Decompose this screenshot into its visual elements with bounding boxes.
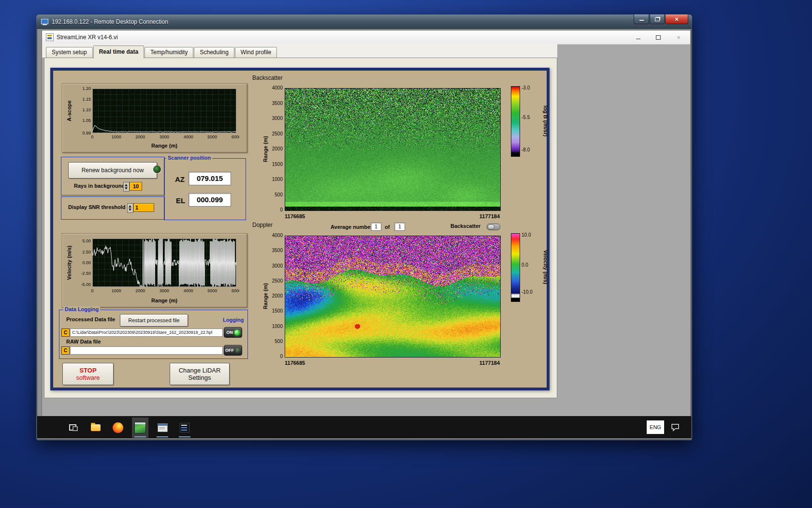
task-view-button[interactable] (65, 418, 82, 438)
scan-scheduler-button[interactable] (154, 418, 171, 438)
y-axis-tick: 4000 (261, 233, 283, 238)
y-axis-tick: 1000 (261, 177, 283, 182)
tab-temp-humidity[interactable]: Temp/humidity (145, 47, 193, 58)
doppler-section-title: Doppler (252, 222, 273, 228)
colorbar-tick: -5.5 (522, 115, 530, 120)
log-viewer-button[interactable] (176, 418, 193, 438)
raw-drive-box[interactable]: C (61, 346, 70, 355)
rays-spinner[interactable] (123, 182, 130, 192)
processed-path-field[interactable]: C:\Lidar\Data\Proc\2023\202309\20230919\… (70, 329, 223, 337)
main-panel: A-scope Range (m) Renew background now R… (50, 68, 550, 390)
on-label: ON (226, 330, 233, 335)
taskbar: ENG (37, 416, 691, 438)
ascope-chart: A-scope Range (m) (62, 83, 247, 153)
scanner-position-group: Scanner position AZ 079.015 EL 000.099 (164, 158, 246, 220)
remote-desktop-icon (41, 19, 48, 25)
rdp-minimize-button[interactable] (634, 15, 649, 24)
y-axis-tick: 1000 (261, 324, 283, 329)
backscatter-section-title: Backscatter (252, 75, 283, 81)
app-close-button[interactable]: × (673, 32, 684, 42)
app-window: StreamLine XR v14-6.vi × System setup Re… (42, 30, 691, 417)
ascope-plot (75, 87, 239, 142)
backscatter-toggle-switch[interactable] (487, 224, 500, 230)
processed-data-file-label: Processed Data file (66, 316, 116, 322)
x-axis-end-tick: 1177184 (456, 213, 500, 219)
elevation-value-field[interactable]: 000.099 (188, 193, 231, 207)
doppler-colorbar (511, 233, 520, 302)
x-axis-start-tick: 1176685 (285, 360, 305, 366)
off-led-icon (235, 348, 241, 353)
colorbar-tick: -10.0 (522, 289, 533, 295)
app-minimize-button[interactable] (632, 32, 644, 42)
colorbar-tick: -3.0 (522, 85, 530, 90)
velocity-y-axis-label: Velocity (m/s) (66, 246, 72, 280)
scanner-position-title: Scanner position (166, 155, 212, 161)
snr-threshold-label: Display SNR threshold (68, 204, 126, 210)
snr-spinner[interactable] (127, 203, 133, 213)
streamline-app-button[interactable] (132, 418, 148, 438)
tab-label: Temp/humidity (150, 49, 188, 56)
snr-value-field[interactable]: 1 (133, 203, 154, 212)
y-axis-tick: 2000 (261, 146, 283, 151)
notification-icon[interactable] (671, 423, 680, 432)
tab-real-time-data[interactable]: Real time data (93, 45, 144, 59)
file-explorer-button[interactable] (87, 418, 104, 438)
doppler-plot (285, 236, 501, 358)
restart-processed-file-button[interactable]: Restart processed file (120, 314, 188, 327)
rdp-titlebar[interactable]: 192.168.0.122 - Remote Desktop Connectio… (36, 15, 692, 29)
velocity-chart: Velocity (m/s) Range (m) (62, 233, 247, 308)
raw-logging-off-button[interactable]: OFF (224, 345, 242, 356)
remote-desktop-viewport: StreamLine XR v14-6.vi × System setup Re… (37, 29, 691, 439)
app-restore-button[interactable] (652, 32, 664, 42)
x-axis-end-tick: 1177184 (456, 360, 500, 366)
firefox-button[interactable] (110, 418, 126, 438)
doppler-colorbar-label: Velocity (m/s) (543, 250, 549, 284)
processed-drive-box[interactable]: C (61, 329, 70, 337)
velocity-x-axis-label: Range (m) (92, 298, 236, 303)
y-axis-tick: 3500 (261, 101, 283, 106)
tab-scheduling[interactable]: Scheduling (194, 47, 234, 58)
y-axis-tick: 3000 (261, 116, 283, 121)
elevation-label: EL (176, 196, 185, 205)
of-label: of (385, 224, 390, 230)
average-number-label: Average number (331, 224, 372, 230)
app-thumbnail-icon (134, 422, 146, 433)
y-axis-tick: 2500 (261, 278, 283, 284)
azimuth-label: AZ (175, 175, 185, 183)
colorbar-tick: -8.0 (522, 147, 530, 152)
tab-label: Real time data (99, 48, 138, 55)
desktop: { "window": { "title": "192.168.0.122 - … (0, 0, 812, 508)
y-axis-tick: 0 (261, 354, 283, 359)
y-axis-tick: 3000 (261, 263, 283, 269)
language-indicator[interactable]: ENG (647, 420, 664, 434)
app-titlebar[interactable]: StreamLine XR v14-6.vi × (42, 30, 690, 45)
tab-label: Wind profile (241, 49, 271, 56)
task-view-icon (69, 424, 78, 431)
logging-label: Logging (223, 317, 244, 323)
processed-logging-on-button[interactable]: ON (224, 327, 242, 338)
backscatter-colorbar-label: log B (/m/sr) (543, 105, 549, 136)
velocity-plot (75, 237, 239, 297)
tab-bar: System setup Real time data Temp/humidit… (46, 45, 277, 58)
y-axis-tick: 0 (261, 207, 283, 212)
azimuth-value-field[interactable]: 079.015 (188, 172, 231, 185)
rdp-close-button[interactable]: × (665, 15, 688, 24)
rays-value-field[interactable]: 10 (130, 182, 142, 191)
app-window-title: StreamLine XR v14-6.vi (57, 34, 118, 41)
stop-line2: software (76, 374, 100, 381)
backscatter-colorbar (511, 86, 520, 157)
raw-path-field[interactable] (70, 346, 223, 355)
rdp-maximize-button[interactable] (650, 15, 665, 24)
doppler-chart: Range (m) Velocity (m/s) 400035003000250… (251, 230, 544, 372)
scheduler-window-icon (158, 423, 168, 432)
ascope-y-axis-label: A-scope (66, 100, 72, 121)
change-lidar-settings-button[interactable]: Change LiDARSettings (170, 363, 230, 385)
folder-icon (91, 424, 101, 431)
change-line1: Change LiDAR (179, 367, 221, 374)
y-axis-tick: 1500 (261, 308, 283, 314)
stop-software-button[interactable]: STOPsoftware (62, 363, 114, 385)
y-axis-tick: 500 (261, 339, 283, 344)
tab-wind-profile[interactable]: Wind profile (235, 47, 277, 58)
tab-system-setup[interactable]: System setup (46, 47, 93, 58)
renew-background-button[interactable]: Renew background now (68, 162, 157, 179)
